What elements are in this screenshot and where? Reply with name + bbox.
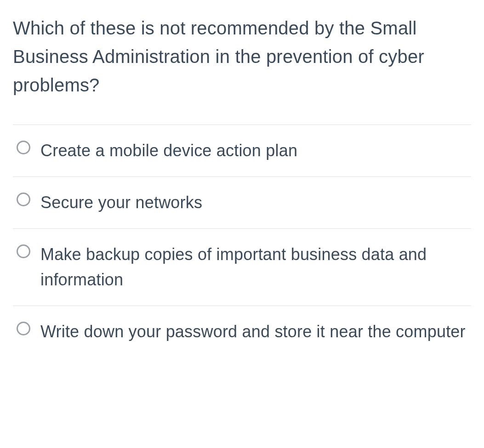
option-row-3[interactable]: Make backup copies of important business… <box>13 229 471 306</box>
option-row-4[interactable]: Write down your password and store it ne… <box>13 306 471 357</box>
option-label: Create a mobile device action plan <box>40 138 297 164</box>
option-label: Secure your networks <box>40 190 202 215</box>
option-row-2[interactable]: Secure your networks <box>13 177 471 229</box>
radio-icon[interactable] <box>17 244 30 258</box>
radio-icon[interactable] <box>17 141 30 154</box>
option-row-1[interactable]: Create a mobile device action plan <box>13 125 471 177</box>
option-label: Make backup copies of important business… <box>40 242 467 293</box>
question-text: Which of these is not recommended by the… <box>13 14 471 99</box>
radio-icon[interactable] <box>17 193 30 206</box>
radio-icon[interactable] <box>17 322 30 335</box>
options-container: Create a mobile device action plan Secur… <box>13 125 471 357</box>
option-label: Write down your password and store it ne… <box>40 319 466 345</box>
